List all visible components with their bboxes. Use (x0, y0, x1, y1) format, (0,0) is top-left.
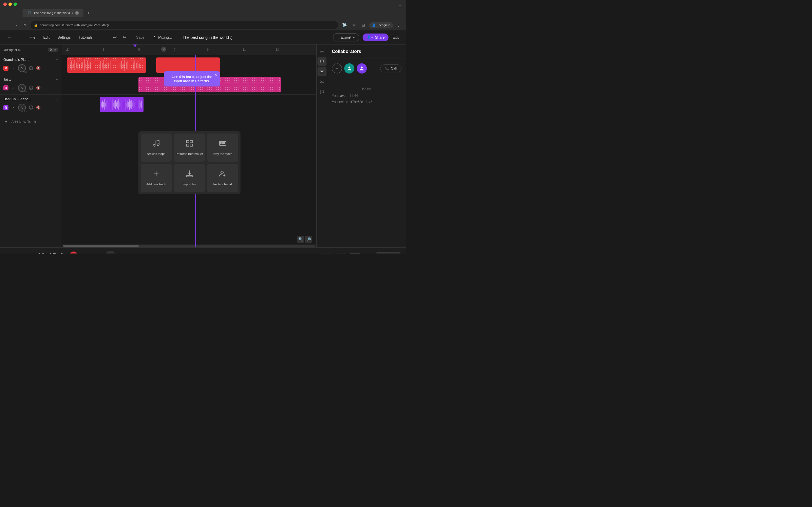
svg-rect-75 (186, 144, 189, 146)
svg-rect-50 (119, 102, 120, 107)
minimize-button[interactable] (8, 3, 12, 6)
transport-settings-button[interactable]: ⚙ (363, 252, 371, 254)
invite-friend-card[interactable]: Invite a friend (207, 164, 238, 192)
svg-rect-73 (186, 140, 189, 143)
patterns-beatmaker-card[interactable]: Patterns Beatmaker (174, 133, 205, 162)
call-button[interactable]: 📞 Call (380, 64, 402, 72)
track-more-2[interactable]: ⋯ (54, 77, 58, 82)
metronome-off-badge[interactable]: Off (350, 253, 360, 254)
music-note-icon (152, 139, 160, 149)
export-button[interactable]: ↓ Export ▾ (333, 33, 359, 41)
edit-menu[interactable]: Edit (40, 34, 53, 41)
track-volume-knob-3[interactable]: Vol (17, 103, 27, 112)
profile-area[interactable]: 👤 Incognito (369, 22, 393, 28)
support-button[interactable]: 💬 Support (375, 252, 402, 254)
mixing-button[interactable]: ↻ Mixing... (149, 34, 175, 41)
add-track-area[interactable]: + Add New Track (0, 114, 62, 129)
add-new-track-card[interactable]: Add new track (141, 164, 172, 192)
browse-loops-card[interactable]: Browse loops (141, 133, 172, 162)
track-item-grandmas-piano[interactable]: Grandma's Piano ⋯ R ♪ Vol 🎧 🔇 (0, 55, 62, 75)
back-nav-button[interactable]: ← (3, 22, 10, 29)
side-icons-panel (316, 45, 327, 247)
track-headphone-2[interactable]: 🎧 (28, 85, 34, 91)
forward-nav-button[interactable]: → (12, 22, 19, 29)
save-button[interactable]: Save (132, 34, 149, 41)
synth-icon-button[interactable] (317, 67, 326, 76)
activity-item-1: You saved. 11:44 (332, 94, 402, 98)
cast-icon[interactable]: 📡 (340, 21, 348, 29)
track-more-3[interactable]: ⋯ (54, 97, 58, 101)
new-tab-button[interactable]: + (86, 10, 91, 16)
track-midi-icon-1[interactable]: ♪ (10, 65, 16, 71)
address-bar[interactable]: 🔒 soundtrap.com/studio/hS-u82laRz_knEVhh… (31, 21, 338, 29)
add-collaborator-button[interactable]: + (332, 63, 342, 73)
undo-button[interactable]: ↩ (111, 33, 119, 42)
scrollbar-area (62, 244, 316, 247)
track-volume-knob-2[interactable]: Vol (17, 83, 27, 93)
zoom-out-button[interactable]: 🔎 (305, 236, 312, 243)
activity-date: TODAY (332, 87, 402, 91)
extensions-icon[interactable]: ⊡ (359, 21, 367, 29)
track-color-btn-2[interactable]: R (3, 86, 8, 91)
svg-rect-55 (125, 99, 125, 110)
track-volume-knob-1[interactable]: Vol (17, 64, 27, 73)
svg-rect-45 (114, 101, 115, 108)
track-headphone-1[interactable]: 🎧 (28, 65, 34, 71)
track-name-2: Tasty (3, 77, 11, 81)
track-waveform-icon-3[interactable]: 〜 (10, 105, 16, 110)
track-mute-2[interactable]: 🔇 (36, 85, 41, 91)
muting-chip[interactable]: ⌘ ✕ (48, 48, 58, 52)
chevron-down-icon[interactable]: ⌄ (398, 1, 403, 8)
track-color-btn-3[interactable]: R (3, 105, 8, 110)
effects-icon-button[interactable] (317, 47, 326, 56)
clip-3a[interactable] (100, 97, 143, 112)
tutorials-menu[interactable]: Tutorials (75, 34, 96, 41)
track-controls-row-2: R ♪ Vol 🎧 🔇 (3, 83, 58, 93)
play-button[interactable]: ▶ (105, 251, 116, 254)
close-button[interactable] (3, 3, 7, 6)
tab-close-button[interactable]: ✕ (75, 11, 79, 15)
share-button[interactable]: 👤+ Share (363, 34, 389, 41)
bookmark-icon[interactable]: ☆ (350, 21, 358, 29)
loop-record-icon-button[interactable] (317, 57, 326, 66)
profile-name: Incognito (377, 23, 390, 27)
track-midi-icon-2[interactable]: ♪ (10, 85, 16, 91)
tooltip-close-button[interactable]: ✕ (214, 73, 218, 77)
browser-tab[interactable]: 🎵 The best song in the world :) ✕ (22, 9, 84, 17)
zoom-controls: 🔍 🔎 (297, 236, 312, 243)
redo-button[interactable]: ↪ (120, 33, 129, 42)
playhead-top-marker (133, 45, 137, 47)
clip-1a[interactable] (67, 57, 146, 73)
track-mute-1[interactable]: 🔇 (36, 65, 41, 71)
refresh-button[interactable]: ↻ (21, 22, 28, 29)
import-file-card[interactable]: Import file (174, 164, 205, 192)
fast-forward-button[interactable]: ⏩ (119, 252, 128, 254)
track-item-dark-chi[interactable]: Dark Chi - Piano... ⋯ R 〜 Vol 🎧 🔇 (0, 95, 62, 114)
download-icon: ↓ (337, 35, 339, 40)
track-more-1[interactable]: ⋯ (54, 57, 58, 62)
exit-button[interactable]: Exit (390, 34, 402, 41)
file-menu[interactable]: File (26, 34, 39, 41)
settings-menu[interactable]: Settings (54, 34, 74, 41)
track-name-row-1: Grandma's Piano ⋯ (3, 57, 58, 62)
chat-icon-button[interactable] (317, 87, 326, 96)
track-headphone-3[interactable]: 🎧 (28, 105, 34, 110)
maximize-button[interactable] (13, 3, 17, 6)
record-button[interactable] (69, 251, 78, 254)
scrollbar-track[interactable] (63, 245, 315, 247)
go-to-start-button[interactable]: ⏮ (82, 252, 90, 254)
app-back-button[interactable]: ← (4, 33, 13, 42)
track-color-btn-1[interactable]: R (3, 66, 8, 71)
more-options-icon[interactable]: ⋮ (395, 21, 403, 29)
zoom-in-button[interactable]: 🔍 (297, 236, 304, 243)
play-synth-card[interactable]: Play the synth (207, 133, 238, 162)
activity-item-2: You invited 1f78c63c 11:45 (332, 100, 402, 104)
rewind-button[interactable]: ⏪ (93, 252, 102, 254)
track-mute-3[interactable]: 🔇 (36, 105, 41, 110)
clip-1b[interactable] (156, 57, 220, 73)
ruler-mark-9: 9 (207, 48, 209, 51)
scrollbar-thumb[interactable] (63, 245, 139, 247)
collaborators-icon-button[interactable] (317, 77, 326, 86)
track-item-tasty[interactable]: Tasty ⋯ R ♪ Vol 🎧 🔇 (0, 75, 62, 95)
close-marker-button[interactable]: ✕ (161, 47, 166, 52)
